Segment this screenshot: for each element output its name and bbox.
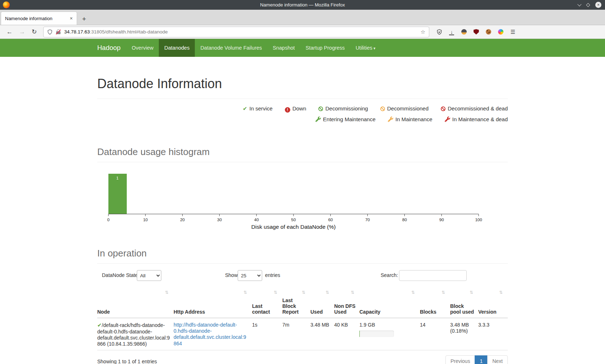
sort-icon: ⇅: [274, 290, 277, 295]
extension-shield-icon[interactable]: [436, 29, 442, 35]
browser-toolbar: ← → ↻ 34.78.17.63:31805/dfshealth.html#t…: [0, 25, 605, 39]
col-header-used[interactable]: ⇅Used: [310, 288, 334, 318]
pagination-previous[interactable]: Previous: [445, 355, 475, 364]
legend-down: !Down: [285, 103, 306, 114]
cell-http-address: http://hdfs-datanode-default-0.hdfs-data…: [174, 318, 252, 350]
pagination-page-1[interactable]: 1: [475, 355, 488, 364]
url-bar[interactable]: 34.78.17.63:31805/dfshealth.html#tab-dat…: [43, 27, 429, 37]
legend-in-service: ✔In service: [243, 103, 273, 114]
legend-in-maintenance: In Maintenance: [388, 114, 433, 125]
sort-icon: ⇅: [302, 290, 305, 295]
datanode-state-label: DataNode State: [102, 272, 138, 278]
nav-item-snapshot[interactable]: Snapshot: [267, 39, 300, 57]
col-header-version[interactable]: ⇅Version: [478, 288, 508, 318]
cell-node: ✔/default-rack/hdfs-datanode-default-0.h…: [97, 318, 174, 350]
check-icon: ✔: [243, 105, 247, 112]
sort-icon: ⇅: [326, 290, 329, 295]
forward-button[interactable]: →: [19, 29, 25, 35]
legend-decommissioning: Decommissioning: [318, 103, 368, 114]
ban-icon: [380, 106, 385, 111]
divider: [97, 99, 508, 99]
sort-icon: ⇅: [442, 290, 445, 295]
col-header-node[interactable]: ⇅Node: [97, 288, 174, 318]
window-titlebar: Namenode information — Mozilla Firefox ×: [0, 0, 605, 10]
extension-pinwheel-icon[interactable]: [498, 29, 503, 35]
nav-item-datanode-volume-failures[interactable]: Datanode Volume Failures: [195, 39, 267, 57]
datanode-http-link[interactable]: http://hdfs-datanode-default-0.hdfs-data…: [174, 322, 246, 346]
url-path: :31805/dfshealth.html#tab-datanode: [90, 29, 168, 35]
svg-text:100: 100: [475, 218, 482, 222]
col-header-http-address[interactable]: ⇅Http Address: [174, 288, 252, 318]
table-row: ✔/default-rack/hdfs-datanode-default-0.h…: [97, 318, 508, 350]
cell-version: 3.3.3: [478, 318, 508, 350]
tab-close-icon[interactable]: ×: [70, 15, 73, 21]
menu-icon[interactable]: ☰: [510, 29, 516, 35]
sort-icon: ⇅: [470, 290, 473, 295]
tab-strip: Namenode information × +: [0, 10, 605, 25]
col-header-last-contact[interactable]: ⇅Last contact: [252, 288, 282, 318]
cell-last-contact: 1s: [252, 318, 282, 350]
page-title: Datanode Information: [97, 76, 508, 91]
hadoop-navbar: Hadoop Overview Datanodes Datanode Volum…: [0, 39, 605, 57]
back-button[interactable]: ←: [6, 29, 13, 35]
table-header-row: ⇅Node ⇅Http Address ⇅Last contact ⇅Last …: [97, 288, 508, 318]
wrench-icon: [388, 116, 393, 122]
status-legend: ✔In service !Down Decommissioning Decomm…: [97, 103, 508, 125]
nav-item-utilities[interactable]: Utilities▾: [350, 39, 381, 57]
sort-icon: ⇅: [411, 290, 415, 295]
tracking-protection-shield-icon[interactable]: [47, 29, 53, 35]
ban-icon: [441, 106, 445, 111]
cookie-extension-icon[interactable]: [486, 29, 491, 35]
datanode-state-select[interactable]: All: [137, 270, 161, 281]
entries-label: entries: [265, 272, 280, 278]
svg-text:70: 70: [365, 218, 370, 222]
maximize-icon[interactable]: [586, 3, 590, 7]
col-header-last-block-report[interactable]: ⇅Last Block Report: [282, 288, 310, 318]
reload-button[interactable]: ↻: [32, 29, 37, 35]
minimize-icon[interactable]: [577, 2, 581, 6]
capacity-progress-bar: [359, 331, 394, 337]
col-header-non-dfs-used[interactable]: ⇅Non DFS Used: [334, 288, 359, 318]
insecure-lock-icon[interactable]: [56, 29, 61, 35]
nav-item-datanodes[interactable]: Datanodes: [159, 39, 195, 57]
x-axis-label: Disk usage of each DataNode (%): [251, 224, 336, 230]
bookmark-star-icon[interactable]: ☆: [421, 29, 425, 35]
datanode-table: ⇅Node ⇅Http Address ⇅Last contact ⇅Last …: [97, 288, 508, 350]
table-controls: DataNode State All Show 25 entries Searc…: [97, 269, 508, 282]
new-tab-button[interactable]: +: [82, 15, 86, 22]
brand-hadoop[interactable]: Hadoop: [97, 39, 121, 57]
sort-icon: ⇅: [243, 290, 247, 295]
window-title: Namenode information — Mozilla Firefox: [0, 2, 605, 8]
exclamation-circle-icon: !: [285, 107, 290, 113]
col-header-capacity[interactable]: ⇅Capacity: [359, 288, 420, 318]
in-service-check-icon: ✔: [97, 322, 102, 328]
url-text: 34.78.17.63:31805/dfshealth.html#tab-dat…: [64, 29, 168, 35]
url-host: 34.78.17.63: [64, 29, 90, 35]
nav-item-startup-progress[interactable]: Startup Progress: [300, 39, 350, 57]
pagination-next[interactable]: Next: [487, 355, 508, 364]
datanode-usage-histogram: 1 0 10 20 30 40 50 60 70 80 90 100 Disk …: [97, 164, 508, 232]
ban-icon: [318, 106, 323, 111]
wrench-icon: [445, 116, 450, 122]
table-footer: Showing 1 to 1 of 1 entries Previous 1 N…: [97, 355, 508, 364]
svg-text:80: 80: [402, 218, 407, 222]
cell-used: 3.48 MB: [310, 318, 334, 350]
nav-item-overview[interactable]: Overview: [126, 39, 159, 57]
svg-text:0: 0: [107, 218, 109, 222]
svg-text:90: 90: [439, 218, 444, 222]
legend-in-maintenance-dead: In Maintenance & dead: [445, 114, 508, 125]
window-close-icon[interactable]: ×: [595, 2, 601, 8]
col-header-block-pool-used[interactable]: ⇅Block pool used: [450, 288, 478, 318]
search-input[interactable]: [399, 270, 467, 281]
extension-mask-icon[interactable]: [461, 29, 467, 35]
legend-entering-maintenance: Entering Maintenance: [315, 114, 376, 125]
browser-tab[interactable]: Namenode information ×: [1, 12, 77, 25]
bar-count-label: 1: [116, 176, 118, 180]
chevron-down-icon: ▾: [373, 46, 376, 50]
col-header-blocks[interactable]: ⇅Blocks: [420, 288, 450, 318]
cell-capacity: 1.9 GB: [359, 318, 420, 350]
downloads-icon[interactable]: ↓: [449, 29, 454, 35]
ublock-origin-icon[interactable]: [474, 29, 479, 35]
show-entries-select[interactable]: 25: [238, 270, 262, 281]
pagination: Previous 1 Next: [445, 355, 508, 364]
